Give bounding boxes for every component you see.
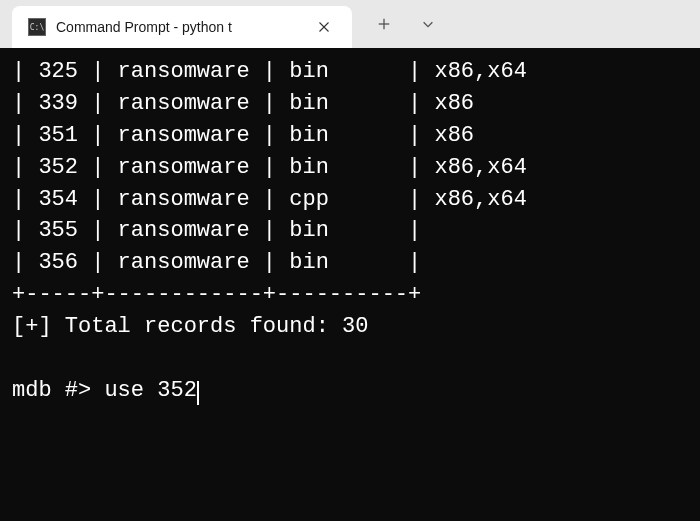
titlebar-actions <box>364 4 448 44</box>
active-tab[interactable]: C:\ Command Prompt - python t <box>12 6 352 48</box>
chevron-down-icon <box>421 17 435 31</box>
table-row: | 354 | ransomware | cpp | x86,x64 <box>12 184 688 216</box>
table-row: | 355 | ransomware | bin | <box>12 215 688 247</box>
prompt-line[interactable]: mdb #> use 352 <box>12 375 688 407</box>
table-row: | 356 | ransomware | bin | <box>12 247 688 279</box>
blank-line <box>12 343 688 375</box>
tab-dropdown-button[interactable] <box>408 4 448 44</box>
table-row: | 325 | ransomware | bin | x86,x64 <box>12 56 688 88</box>
cmd-icon: C:\ <box>28 18 46 36</box>
table-row: | 339 | ransomware | bin | x86 <box>12 88 688 120</box>
terminal-window: C:\ Command Prompt - python t <box>0 0 700 521</box>
command-input[interactable]: use 352 <box>104 378 196 403</box>
table-separator: +-----+------------+----------+ <box>12 279 688 311</box>
terminal-content[interactable]: | 325 | ransomware | bin | x86,x64| 339 … <box>0 48 700 521</box>
titlebar: C:\ Command Prompt - python t <box>0 0 700 48</box>
close-icon <box>318 21 330 33</box>
plus-icon <box>377 17 391 31</box>
table-row: | 352 | ransomware | bin | x86,x64 <box>12 152 688 184</box>
cursor <box>197 381 199 405</box>
tab-close-button[interactable] <box>312 15 336 39</box>
prompt-prefix: mdb #> <box>12 378 104 403</box>
tab-title: Command Prompt - python t <box>56 19 302 35</box>
summary-line: [+] Total records found: 30 <box>12 311 688 343</box>
new-tab-button[interactable] <box>364 4 404 44</box>
table-row: | 351 | ransomware | bin | x86 <box>12 120 688 152</box>
